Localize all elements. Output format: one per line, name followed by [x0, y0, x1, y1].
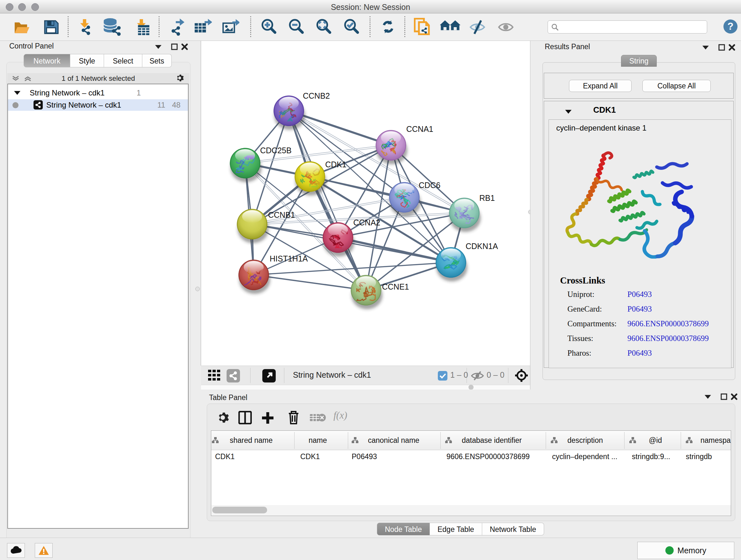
svg-text:RB1: RB1	[479, 193, 495, 202]
svg-text:CCNE1: CCNE1	[382, 282, 409, 291]
svg-text:CDKN1A: CDKN1A	[466, 242, 498, 251]
svg-text:CDK1: CDK1	[325, 160, 347, 169]
svg-text:CDC6: CDC6	[419, 181, 441, 190]
svg-text:CCNA2: CCNA2	[353, 218, 381, 227]
svg-text:CCNB1: CCNB1	[268, 210, 295, 219]
svg-text:HIST1H1A: HIST1H1A	[270, 254, 308, 263]
svg-text:CCNB2: CCNB2	[303, 91, 330, 100]
svg-text:CCNA1: CCNA1	[406, 125, 433, 133]
svg-text:CDC25B: CDC25B	[260, 146, 292, 155]
